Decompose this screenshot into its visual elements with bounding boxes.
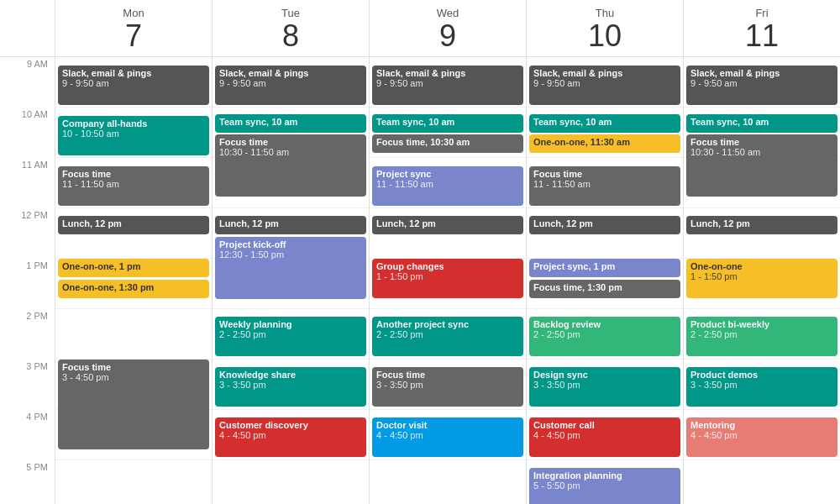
day-num-thu: 10 bbox=[527, 19, 683, 53]
day-num-tue: 8 bbox=[213, 19, 369, 53]
event-mon-focus1[interactable]: Focus time 11 - 11:50 am bbox=[58, 166, 209, 206]
event-thu-focus2[interactable]: Focus time, 1:30 pm bbox=[529, 280, 680, 298]
day-num-mon: 7 bbox=[55, 19, 212, 53]
time-label-10am: 10 AM bbox=[0, 108, 55, 158]
day-header-wed: Wed 9 bbox=[369, 0, 526, 56]
event-tue-weekly[interactable]: Weekly planning 2 - 2:50 pm bbox=[215, 317, 366, 356]
event-mon-ono2[interactable]: One-on-one, 1:30 pm bbox=[58, 280, 209, 298]
day-name-mon: Mon bbox=[55, 7, 212, 19]
events-wed: Slack, email & pings 9 - 9:50 am Team sy… bbox=[370, 57, 526, 504]
day-name-tue: Tue bbox=[213, 7, 369, 19]
header-row: Mon 7 Tue 8 Wed 9 Thu 10 Fri 11 bbox=[0, 0, 840, 57]
day-header-thu: Thu 10 bbox=[526, 0, 683, 56]
event-thu-design[interactable]: Design sync 3 - 3:50 pm bbox=[529, 367, 680, 407]
event-tue-slack[interactable]: Slack, email & pings 9 - 9:50 am bbox=[215, 66, 366, 105]
event-fri-slack[interactable]: Slack, email & pings 9 - 9:50 am bbox=[686, 66, 837, 105]
time-label-2pm: 2 PM bbox=[0, 309, 55, 360]
time-label-12pm: 12 PM bbox=[0, 208, 55, 259]
event-tue-knowledge[interactable]: Knowledge share 3 - 3:50 pm bbox=[215, 367, 366, 407]
event-thu-slack[interactable]: Slack, email & pings 9 - 9:50 am bbox=[529, 66, 680, 105]
event-fri-lunch[interactable]: Lunch, 12 pm bbox=[686, 216, 837, 234]
day-num-wed: 9 bbox=[370, 19, 526, 53]
time-label-9am: 9 AM bbox=[0, 57, 55, 108]
event-fri-oneonone[interactable]: One-on-one 1 - 1:50 pm bbox=[686, 259, 837, 298]
day-col-fri: Slack, email & pings 9 - 9:50 am Team sy… bbox=[683, 57, 840, 504]
event-fri-focus1[interactable]: Focus time 10:30 - 11:50 am bbox=[686, 134, 837, 197]
time-label-5pm: 5 PM bbox=[0, 460, 55, 504]
event-tue-customer[interactable]: Customer discovery 4 - 4:50 pm bbox=[215, 417, 366, 457]
events-mon: Slack, email & pings 9 - 9:50 am Company… bbox=[55, 57, 212, 504]
event-fri-productbi[interactable]: Product bi-weekly 2 - 2:50 pm bbox=[686, 317, 837, 356]
day-col-tue: Slack, email & pings 9 - 9:50 am Team sy… bbox=[212, 57, 369, 504]
event-wed-projectsync[interactable]: Project sync 11 - 11:50 am bbox=[372, 166, 523, 206]
days-grid: Slack, email & pings 9 - 9:50 am Company… bbox=[55, 57, 840, 504]
event-mon-slack[interactable]: Slack, email & pings 9 - 9:50 am bbox=[58, 66, 209, 105]
time-gutter-header bbox=[0, 0, 55, 56]
events-thu: Slack, email & pings 9 - 9:50 am Team sy… bbox=[527, 57, 683, 504]
calendar-container: Mon 7 Tue 8 Wed 9 Thu 10 Fri 11 9 AM 10 … bbox=[0, 0, 840, 504]
event-fri-productdemos[interactable]: Product demos 3 - 3:50 pm bbox=[686, 367, 837, 407]
day-col-mon: Slack, email & pings 9 - 9:50 am Company… bbox=[55, 57, 212, 504]
event-tue-teamsync[interactable]: Team sync, 10 am bbox=[215, 114, 366, 133]
day-num-fri: 11 bbox=[684, 19, 840, 53]
event-thu-lunch[interactable]: Lunch, 12 pm bbox=[529, 216, 680, 234]
event-mon-allhands[interactable]: Company all-hands 10 - 10:50 am bbox=[58, 116, 209, 155]
event-mon-focus2[interactable]: Focus time 3 - 4:50 pm bbox=[58, 360, 209, 449]
event-wed-focus2[interactable]: Focus time 3 - 3:50 pm bbox=[372, 367, 523, 407]
time-label-11am: 11 AM bbox=[0, 158, 55, 208]
event-thu-focus1[interactable]: Focus time 11 - 11:50 am bbox=[529, 166, 680, 206]
event-fri-mentoring[interactable]: Mentoring 4 - 4:50 pm bbox=[686, 417, 837, 457]
event-wed-teamsync[interactable]: Team sync, 10 am bbox=[372, 114, 523, 133]
event-wed-focus1[interactable]: Focus time, 10:30 am bbox=[372, 134, 523, 153]
event-tue-kickoff[interactable]: Project kick-off 12:30 - 1:50 pm bbox=[215, 237, 366, 299]
day-name-fri: Fri bbox=[684, 7, 840, 19]
event-wed-anothersync[interactable]: Another project sync 2 - 2:50 pm bbox=[372, 317, 523, 356]
events-fri: Slack, email & pings 9 - 9:50 am Team sy… bbox=[684, 57, 840, 504]
day-col-thu: Slack, email & pings 9 - 9:50 am Team sy… bbox=[526, 57, 683, 504]
event-thu-backlog[interactable]: Backlog review 2 - 2:50 pm bbox=[529, 317, 680, 356]
event-tue-lunch[interactable]: Lunch, 12 pm bbox=[215, 216, 366, 234]
event-mon-ono1[interactable]: One-on-one, 1 pm bbox=[58, 259, 209, 277]
time-label-4pm: 4 PM bbox=[0, 410, 55, 460]
day-header-fri: Fri 11 bbox=[683, 0, 840, 56]
event-thu-oneonone[interactable]: One-on-one, 11:30 am bbox=[529, 134, 680, 153]
event-mon-lunch[interactable]: Lunch, 12 pm bbox=[58, 216, 209, 234]
time-column: 9 AM 10 AM 11 AM 12 PM 1 PM 2 PM 3 PM 4 … bbox=[0, 57, 55, 504]
event-wed-doctor[interactable]: Doctor visit 4 - 4:50 pm bbox=[372, 417, 523, 457]
event-thu-customercall[interactable]: Customer call 4 - 4:50 pm bbox=[529, 417, 680, 457]
event-fri-teamsync[interactable]: Team sync, 10 am bbox=[686, 114, 837, 133]
event-wed-lunch[interactable]: Lunch, 12 pm bbox=[372, 216, 523, 234]
event-wed-group[interactable]: Group changes 1 - 1:50 pm bbox=[372, 259, 523, 298]
time-label-3pm: 3 PM bbox=[0, 360, 55, 410]
event-thu-projectsync[interactable]: Project sync, 1 pm bbox=[529, 259, 680, 277]
event-tue-focus[interactable]: Focus time 10:30 - 11:50 am bbox=[215, 134, 366, 197]
body-scroll[interactable]: 9 AM 10 AM 11 AM 12 PM 1 PM 2 PM 3 PM 4 … bbox=[0, 57, 840, 504]
event-thu-integration[interactable]: Integration planning 5 - 5:50 pm bbox=[529, 468, 680, 504]
event-wed-slack[interactable]: Slack, email & pings 9 - 9:50 am bbox=[372, 66, 523, 105]
day-col-wed: Slack, email & pings 9 - 9:50 am Team sy… bbox=[369, 57, 526, 504]
day-header-tue: Tue 8 bbox=[212, 0, 369, 56]
day-header-mon: Mon 7 bbox=[55, 0, 212, 56]
time-label-1pm: 1 PM bbox=[0, 259, 55, 309]
event-thu-teamsync[interactable]: Team sync, 10 am bbox=[529, 114, 680, 133]
day-name-wed: Wed bbox=[370, 7, 526, 19]
events-tue: Slack, email & pings 9 - 9:50 am Team sy… bbox=[213, 57, 369, 504]
day-name-thu: Thu bbox=[527, 7, 683, 19]
